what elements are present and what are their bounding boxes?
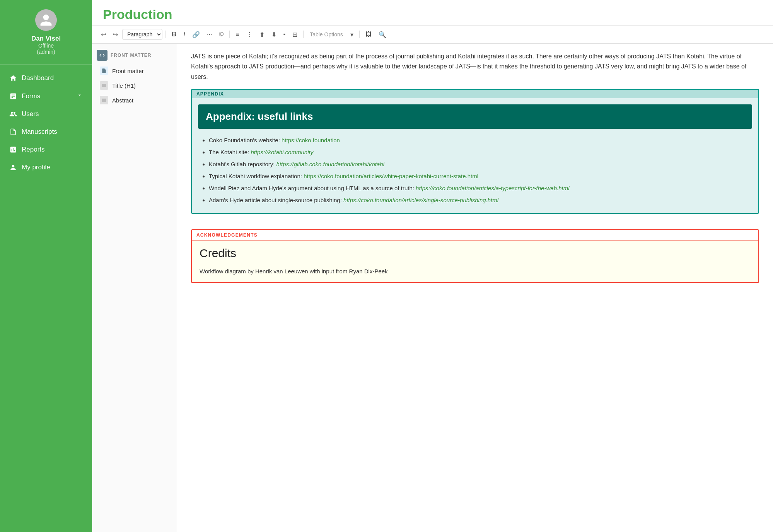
- sidebar-item-forms[interactable]: Forms: [0, 87, 92, 105]
- tree-item-label: Title (H1): [112, 82, 136, 89]
- sidebar-item-label: Manuscripts: [22, 128, 57, 136]
- appendix-label: APPENDIX: [192, 90, 758, 98]
- image-button[interactable]: 🖼: [363, 29, 374, 40]
- table-button[interactable]: ⊞: [290, 29, 300, 40]
- indent-button[interactable]: ⬇: [269, 29, 279, 40]
- tree-item-front-matter[interactable]: Front matter: [97, 64, 172, 78]
- sidebar-item-dashboard[interactable]: Dashboard: [0, 69, 92, 87]
- tree-item-title[interactable]: Title (H1): [97, 78, 172, 92]
- ack-text: Workflow diagram by Henrik van Leeuwen w…: [200, 267, 751, 276]
- page-header: Production: [92, 0, 773, 26]
- chevron-down-icon: [77, 92, 83, 100]
- page-title: Production: [103, 7, 762, 22]
- sidebar-item-label: My profile: [22, 164, 50, 171]
- outdent-button[interactable]: ⬆: [257, 29, 267, 40]
- sidebar: Dan Visel Offline (admin) Dashboard Form…: [0, 0, 92, 532]
- redo-button[interactable]: ↪: [110, 29, 121, 40]
- tree-item-icon: [100, 96, 108, 104]
- toolbar-separator-3: [303, 31, 304, 38]
- italic-button[interactable]: I: [181, 29, 188, 40]
- table-options-label: Table Options: [307, 31, 346, 38]
- main-area: Production ↩ ↪ Paragraph B I 🔗 ··· © ≡ ⋮…: [92, 0, 773, 532]
- undo-button[interactable]: ↩: [98, 29, 109, 40]
- tree-item-icon: [100, 66, 108, 75]
- link-gitlab[interactable]: https://gitlab.coko.foundation/kotahi/ko…: [276, 161, 384, 167]
- tree-item-abstract[interactable]: Abstract: [97, 93, 172, 107]
- toolbar: ↩ ↪ Paragraph B I 🔗 ··· © ≡ ⋮ ⬆ ⬇ ▪ ⊞ Ta…: [92, 26, 773, 44]
- unordered-list-button[interactable]: ⋮: [244, 29, 255, 40]
- sidebar-profile: Dan Visel Offline (admin): [0, 0, 92, 65]
- acknowledgements-box: ACKNOWLEDGEMENTS Credits Workflow diagra…: [191, 229, 759, 283]
- sidebar-item-manuscripts[interactable]: Manuscripts: [0, 123, 92, 141]
- content-area: FRONT MATTER Front matter Title (H1) Abs…: [92, 44, 773, 532]
- sidebar-item-label: Forms: [22, 92, 40, 100]
- toolbar-separator-1: [166, 31, 166, 38]
- appendix-title-bar: Appendix: useful links: [198, 104, 752, 129]
- list-item: Kotahi's Gitlab repository: https://gitl…: [209, 159, 752, 169]
- toolbar-separator-2: [229, 31, 230, 38]
- svg-rect-0: [102, 84, 106, 87]
- ack-content: Credits Workflow diagram by Henrik van L…: [192, 240, 758, 282]
- link-single-source[interactable]: https://coko.foundation/articles/single-…: [343, 197, 498, 203]
- appendix-box: APPENDIX Appendix: useful links Coko Fou…: [191, 89, 759, 214]
- list-item: Coko Foundation's website: https://coko.…: [209, 135, 752, 145]
- spacer: [191, 222, 759, 229]
- appendix-content: Appendix: useful links Coko Foundation's…: [192, 98, 758, 213]
- list-item: The Kotahi site: https://kotahi.communit…: [209, 147, 752, 157]
- table-options-chevron[interactable]: ▾: [348, 29, 356, 40]
- section-icon: [97, 50, 108, 61]
- link-button[interactable]: 🔗: [189, 29, 203, 40]
- link-workflow[interactable]: https://coko.foundation/articles/white-p…: [304, 173, 478, 179]
- list-item: Typical Kotahi workflow explanation: htt…: [209, 171, 752, 181]
- profile-status: Offline (admin): [37, 43, 55, 55]
- link-coko[interactable]: https://coko.foundation: [282, 137, 340, 143]
- svg-rect-1: [102, 99, 106, 102]
- paragraph-select[interactable]: Paragraph: [122, 29, 162, 40]
- avatar: [35, 9, 57, 31]
- copyright-button[interactable]: ©: [216, 29, 226, 40]
- ack-title: Credits: [200, 247, 751, 260]
- editor[interactable]: JATS is one piece of Kotahi; it's recogn…: [177, 44, 773, 532]
- list-item: Wndell Piez and Adam Hyde's argument abo…: [209, 183, 752, 193]
- search-button[interactable]: 🔍: [376, 29, 389, 40]
- toolbar-separator-4: [359, 31, 360, 38]
- sidebar-item-label: Users: [22, 110, 39, 118]
- sidebar-item-my-profile[interactable]: My profile: [0, 159, 92, 176]
- nav-items: Dashboard Forms Users Manuscripts Report…: [0, 65, 92, 532]
- tree-item-label: Front matter: [112, 68, 144, 74]
- block-button[interactable]: ▪: [281, 29, 288, 40]
- ordered-list-button[interactable]: ≡: [233, 29, 242, 40]
- doc-tree-section: FRONT MATTER: [97, 50, 172, 61]
- link-typescript[interactable]: https://coko.foundation/articles/a-types…: [416, 185, 569, 191]
- bold-button[interactable]: B: [169, 29, 179, 40]
- sidebar-item-label: Reports: [22, 146, 45, 153]
- link-kotahi[interactable]: https://kotahi.community: [251, 149, 313, 155]
- doc-tree: FRONT MATTER Front matter Title (H1) Abs…: [92, 44, 177, 532]
- list-item: Adam's Hyde article about single-source …: [209, 195, 752, 205]
- tree-item-icon: [100, 81, 108, 90]
- tree-item-label: Abstract: [112, 97, 133, 104]
- more-button[interactable]: ···: [204, 29, 215, 40]
- ack-label: ACKNOWLEDGEMENTS: [192, 230, 758, 240]
- appendix-list: Coko Foundation's website: https://coko.…: [198, 135, 752, 205]
- profile-name: Dan Visel: [31, 35, 61, 43]
- section-label: FRONT MATTER: [111, 53, 151, 58]
- sidebar-item-label: Dashboard: [22, 74, 54, 82]
- intro-paragraph: JATS is one piece of Kotahi; it's recogn…: [191, 51, 759, 82]
- sidebar-item-users[interactable]: Users: [0, 105, 92, 123]
- appendix-title: Appendix: useful links: [206, 111, 744, 123]
- sidebar-item-reports[interactable]: Reports: [0, 141, 92, 159]
